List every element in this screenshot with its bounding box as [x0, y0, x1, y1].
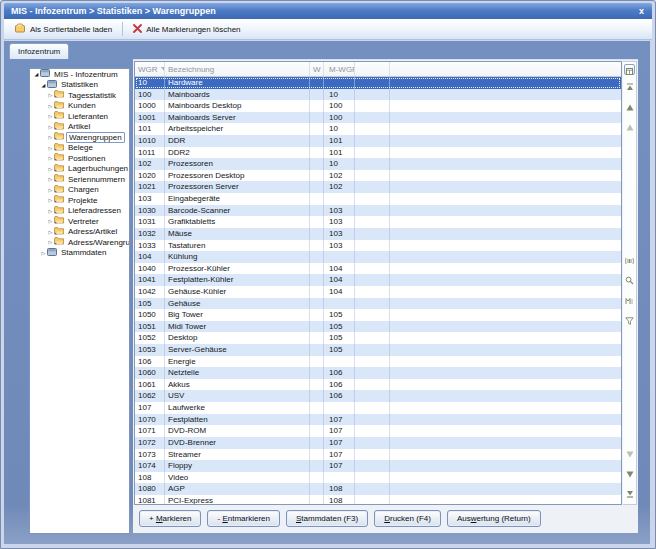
table-row-wgr-1053[interactable]: 1053Server-Gehäuse105 — [135, 344, 621, 356]
table-row-wgr-1052[interactable]: 1052Desktop105 — [135, 332, 621, 344]
tree-item-lieferanten[interactable]: ▷Lieferanten — [30, 111, 129, 122]
column-header-w[interactable]: W — [310, 62, 324, 76]
tab-infozentrum[interactable]: Infozentrum — [9, 43, 69, 59]
scroll-top-icon[interactable] — [626, 77, 634, 95]
table-row-wgr-1041[interactable]: 1041Festplatten-Kühler104 — [135, 274, 621, 286]
toolbar-button-load-sort-table[interactable]: Als Sortiertabelle laden — [8, 21, 119, 37]
table-row-wgr-1070[interactable]: 1070Festplatten107 — [135, 414, 621, 426]
tree-item-tagesstatistik[interactable]: ▷Tagesstatistik — [30, 90, 129, 101]
tree-item-lieferadressen[interactable]: ▷Lieferadressen — [30, 206, 129, 217]
button-auswertung-return[interactable]: Auswertung (Return) — [447, 510, 541, 527]
table-row-wgr-105[interactable]: 105Gehäuse — [135, 298, 621, 310]
scroll-down-faded-icon[interactable] — [626, 444, 634, 462]
tree-item-positionen[interactable]: ▷Positionen — [30, 153, 129, 164]
tree-item-artikel[interactable]: ▷Artikel — [30, 122, 129, 133]
tree-item-adress-warengruppen[interactable]: ▷Adress/Warengruppen — [30, 237, 129, 248]
tree-item-label: Artikel — [66, 122, 92, 131]
mark-icon[interactable] — [625, 291, 634, 309]
table-row-wgr-1030[interactable]: 1030Barcode-Scanner103 — [135, 205, 621, 217]
tree-item-chargen[interactable]: ▷Chargen — [30, 185, 129, 196]
tree-expand-icon[interactable]: ▷ — [47, 92, 54, 98]
tree-expand-icon[interactable]: ▷ — [47, 239, 54, 245]
tree-expand-icon[interactable]: ▷ — [47, 124, 54, 130]
table-row-wgr-1020[interactable]: 1020Prozessoren Desktop102 — [135, 170, 621, 182]
column-header-bez[interactable]: Bezeichnung — [165, 62, 310, 76]
table-row-wgr-1080[interactable]: 1080AGP108 — [135, 483, 621, 495]
table-row-wgr-104[interactable]: 104Kühlung — [135, 251, 621, 263]
scroll-bottom-icon[interactable] — [626, 484, 634, 502]
tree-expand-icon[interactable]: ▷ — [47, 187, 54, 193]
table-row-wgr-1010[interactable]: 1010DDR101 — [135, 135, 621, 147]
tree-expand-icon[interactable]: ▷ — [47, 134, 54, 140]
search-icon[interactable] — [625, 271, 634, 289]
column-header-wgr[interactable]: WGR — [135, 62, 165, 76]
table-row-wgr-1081[interactable]: 1081PCI-Express108 — [135, 495, 621, 504]
grid-settings-button[interactable] — [624, 64, 635, 75]
tree-expand-icon[interactable]: ▷ — [47, 166, 54, 172]
table-row-wgr-1061[interactable]: 1061Akkus106 — [135, 379, 621, 391]
table-row-wgr-1040[interactable]: 1040Prozessor-Kühler104 — [135, 263, 621, 275]
close-button[interactable]: x — [639, 3, 644, 19]
tree-expand-icon[interactable]: ▷ — [47, 176, 54, 182]
table-row-wgr-1011[interactable]: 1011DDR2101 — [135, 147, 621, 159]
table-row-wgr-1000[interactable]: 1000Mainboards Desktop100 — [135, 100, 621, 112]
table-row-wgr-1050[interactable]: 1050Big Tower105 — [135, 309, 621, 321]
scroll-up-icon[interactable] — [626, 97, 634, 115]
table-row-wgr-1073[interactable]: 1073Streamer107 — [135, 449, 621, 461]
table-row-wgr-1074[interactable]: 1074Floppy107 — [135, 460, 621, 472]
table-row-wgr-100[interactable]: 100Mainboards10 — [135, 89, 621, 101]
tree-item-kunden[interactable]: ▷Kunden — [30, 101, 129, 112]
table-row-wgr-1032[interactable]: 1032Mäuse103 — [135, 228, 621, 240]
tree-item-statistiken[interactable]: ◢Statistiken — [30, 80, 129, 91]
tree-expand-icon[interactable]: ▷ — [47, 155, 54, 161]
table-row-wgr-1062[interactable]: 1062USV106 — [135, 390, 621, 402]
table-row-wgr-1033[interactable]: 1033Tastaturen103 — [135, 240, 621, 252]
tree-item-belege[interactable]: ▷Belege — [30, 143, 129, 154]
column-header-mwgr[interactable]: M-WGR — [324, 62, 355, 76]
tree-item-adress-artikel[interactable]: ▷Adress/Artikel — [30, 227, 129, 238]
button-stammdaten-f3[interactable]: Stammdaten (F3) — [286, 510, 368, 527]
tree-item-projekte[interactable]: ▷Projekte — [30, 195, 129, 206]
table-row-wgr-1021[interactable]: 1021Prozessoren Server102 — [135, 181, 621, 193]
table-row-wgr-107[interactable]: 107Laufwerke — [135, 402, 621, 414]
toolbar-button-clear-marks[interactable]: Alle Markierungen löschen — [126, 22, 247, 37]
tree-collapse-icon[interactable]: ◢ — [33, 71, 40, 77]
table-row-wgr-1071[interactable]: 1071DVD-ROM107 — [135, 425, 621, 437]
table-row-wgr-1042[interactable]: 1042Gehäuse-Kühler104 — [135, 286, 621, 298]
table-row-wgr-1031[interactable]: 1031Grafiktabletts103 — [135, 216, 621, 228]
tree-item-stammdaten[interactable]: ▷Stammdaten — [30, 248, 129, 259]
button-drucken-f4[interactable]: Drucken (F4) — [374, 510, 441, 527]
table-row-wgr-1001[interactable]: 1001Mainboards Server100 — [135, 112, 621, 124]
cell-bez: Midi Tower — [165, 321, 310, 333]
table-row-wgr-10[interactable]: 10Hardware — [135, 77, 621, 89]
tree-item-vertreter[interactable]: ▷Vertreter — [30, 216, 129, 227]
tree-expand-icon[interactable]: ▷ — [40, 250, 47, 256]
tree-item-mis-infozentrum[interactable]: ◢MIS - Infozentrum — [30, 69, 129, 80]
tree-expand-icon[interactable]: ▷ — [47, 208, 54, 214]
columns-icon[interactable] — [625, 251, 634, 269]
tree-item-lagerbuchungen[interactable]: ▷Lagerbuchungen — [30, 164, 129, 175]
table-row-wgr-103[interactable]: 103Eingabegeräte — [135, 193, 621, 205]
tree-item-warengruppen[interactable]: ▷Warengruppen — [30, 132, 129, 143]
button-markieren[interactable]: + Markieren — [139, 510, 201, 527]
table-row-wgr-101[interactable]: 101Arbeitsspeicher10 — [135, 123, 621, 135]
table-row-wgr-1072[interactable]: 1072DVD-Brenner107 — [135, 437, 621, 449]
tree-expand-icon[interactable]: ▷ — [47, 218, 54, 224]
tree-expand-icon[interactable]: ▷ — [47, 145, 54, 151]
button-entmarkieren[interactable]: - Entmarkieren — [207, 510, 279, 527]
column-header-extra[interactable] — [355, 62, 390, 76]
scroll-down-icon[interactable] — [626, 464, 634, 482]
table-row-wgr-1060[interactable]: 1060Netzteile106 — [135, 367, 621, 379]
table-row-wgr-102[interactable]: 102Prozessoren10 — [135, 158, 621, 170]
tree-collapse-icon[interactable]: ◢ — [40, 82, 47, 88]
filter-icon[interactable] — [625, 311, 634, 329]
table-row-wgr-106[interactable]: 106Energie — [135, 356, 621, 368]
table-row-wgr-108[interactable]: 108Video — [135, 472, 621, 484]
tree-expand-icon[interactable]: ▷ — [47, 229, 54, 235]
tree-expand-icon[interactable]: ▷ — [47, 113, 54, 119]
scroll-up-faded-icon[interactable] — [626, 117, 634, 135]
table-row-wgr-1051[interactable]: 1051Midi Tower105 — [135, 321, 621, 333]
tree-expand-icon[interactable]: ▷ — [47, 103, 54, 109]
tree-item-seriennummern[interactable]: ▷Seriennummern — [30, 174, 129, 185]
tree-expand-icon[interactable]: ▷ — [47, 197, 54, 203]
